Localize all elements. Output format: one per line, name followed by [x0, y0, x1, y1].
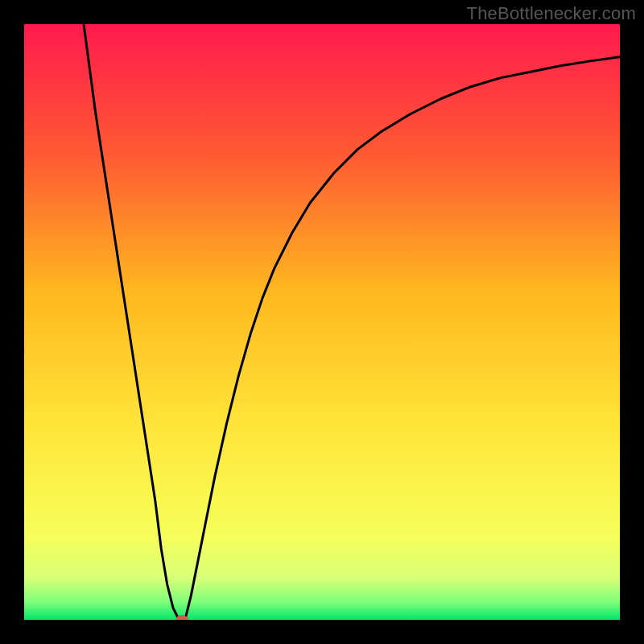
plot-area [24, 24, 620, 620]
watermark-text: TheBottlenecker.com [467, 3, 636, 24]
chart-svg [24, 24, 620, 620]
chart-frame: TheBottlenecker.com [0, 0, 644, 644]
gradient-background [24, 24, 620, 620]
